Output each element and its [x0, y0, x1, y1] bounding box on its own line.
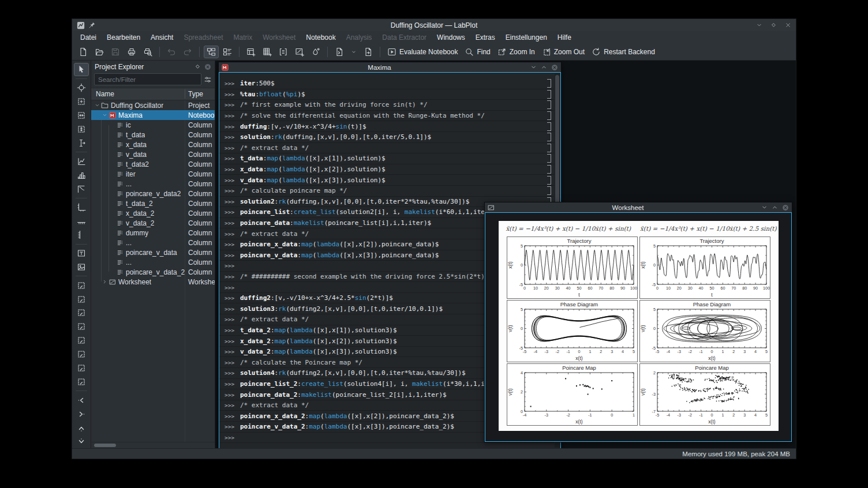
tree-column-headers[interactable]: Name Type — [91, 88, 215, 100]
new-notebook-button[interactable] — [332, 46, 347, 58]
plot-trajectory-right[interactable]: 0102030405060708090100-505Trajectorytx(t… — [639, 237, 770, 299]
minimize-icon[interactable] — [530, 64, 537, 70]
command-text[interactable]: solution:rk(duffing,[x,v],[0,0],[t,0,ite… — [240, 133, 547, 141]
notebook-command-row[interactable]: >>>x_data:map(lambda([x],x[2]),solution)… — [219, 164, 554, 175]
project-tree-hscrollbar[interactable] — [91, 442, 215, 448]
notebook-command-row[interactable]: >>>solution:rk(duffing,[x,v],[0,0],[t,0,… — [219, 132, 554, 143]
menu-hilfe[interactable]: Hilfe — [553, 32, 576, 43]
command-text[interactable]: duffing:[v,-v/10+x-x^3/4+sin(t)]$ — [240, 123, 547, 130]
new-worksheet-button[interactable] — [292, 46, 307, 58]
document-open-button[interactable] — [92, 46, 107, 58]
notebook-command-row[interactable]: >>>/* first example with the driving for… — [219, 100, 554, 111]
document-save-button[interactable] — [108, 46, 123, 58]
close-panel-icon[interactable] — [204, 63, 211, 70]
document-new-button[interactable] — [76, 46, 91, 58]
pin-icon[interactable] — [88, 21, 96, 29]
command-text[interactable]: /* calculate poincare map */ — [240, 187, 547, 194]
shift-right-x-button[interactable] — [74, 407, 89, 421]
properties-panel-toggle-button[interactable] — [220, 46, 235, 58]
tree-item-t_data_2[interactable]: t_data_2Column — [91, 198, 215, 208]
chevron-down-icon[interactable] — [93, 103, 100, 108]
close-icon[interactable] — [551, 64, 558, 71]
minimize-icon[interactable] — [761, 204, 768, 211]
filter-options-icon[interactable] — [204, 76, 212, 84]
maxima-window-titlebar[interactable]: Maxima — [219, 62, 561, 72]
menu-worksheet[interactable]: Worksheet — [258, 32, 300, 43]
command-text[interactable]: v_data:map(lambda([x],x[3]),solution)$ — [240, 177, 547, 184]
zoom-x-select-button[interactable] — [74, 109, 89, 122]
tree-item-v_data_2[interactable]: v_data_2Column — [91, 218, 215, 228]
tree-item-ic[interactable]: icColumn — [91, 120, 215, 130]
restart-backend-button[interactable]: Restart Backend — [589, 46, 658, 58]
command-text[interactable]: /* extract data */ — [240, 144, 547, 152]
axis-corner-button[interactable] — [74, 201, 89, 214]
notebook-command-row[interactable]: >>>duffing:[v,-v/10+x-x^3/4+sin(t)]$ — [219, 121, 554, 132]
box-select-y-button[interactable] — [74, 306, 89, 320]
box-select-button[interactable] — [74, 279, 89, 292]
close-icon[interactable] — [782, 204, 789, 211]
column-header-type[interactable]: Type — [188, 90, 203, 98]
menu-windows[interactable]: Windows — [432, 32, 470, 43]
maximize-icon[interactable] — [770, 22, 777, 28]
menu-bearbeiten[interactable]: Bearbeiten — [102, 32, 145, 43]
plot-rotated-button[interactable] — [74, 182, 89, 196]
caret-down-button[interactable] — [348, 47, 360, 57]
restore-icon[interactable] — [772, 204, 778, 211]
image-insert-button[interactable] — [74, 260, 89, 273]
menu-analysis[interactable]: Analysis — [342, 32, 377, 43]
evaluate-notebook-button[interactable]: Evaluate Notebook — [384, 46, 461, 58]
command-text[interactable]: t_data:map(lambda([x],x[1]),solution)$ — [240, 155, 547, 162]
tree-item--[interactable]: ...Column — [91, 238, 215, 247]
command-text[interactable]: /* solve the differential equation with … — [240, 112, 547, 119]
shift-up-y-button[interactable] — [74, 421, 89, 434]
redo-button[interactable] — [180, 46, 195, 58]
undo-button[interactable] — [164, 46, 179, 58]
menu-ansicht[interactable]: Ansicht — [146, 32, 178, 43]
notebook-command-row[interactable]: >>>t_data:map(lambda([x],x[1]),solution)… — [219, 153, 554, 164]
command-text[interactable]: /* first example with the driving force … — [240, 101, 547, 108]
menu-notebook[interactable]: Notebook — [301, 32, 340, 43]
float-panel-icon[interactable] — [194, 63, 201, 70]
plot-line-button[interactable] — [74, 155, 89, 168]
notebook-command-row[interactable]: >>>/* extract data */ — [219, 143, 554, 154]
tree-item-x_data_2[interactable]: x_data_2Column — [91, 208, 215, 218]
tree-item-maxima[interactable]: MaximaNotebook — [91, 110, 215, 120]
notebook-command-row[interactable]: >>>%tau:bfloat(%pi)$ — [219, 89, 554, 100]
plot-trajectory-left[interactable]: 0102030405060708090100-505Trajectorytx(t… — [507, 237, 638, 299]
tree-item-v_data[interactable]: v_dataColumn — [91, 149, 215, 159]
menu-datei[interactable]: Datei — [76, 32, 101, 43]
tree-item-dummy[interactable]: dummyColumn — [91, 228, 215, 238]
plot-phase-diagram-right[interactable]: -5-4-3-2-1012345-505Phase Diagramx(t)v(t… — [639, 300, 770, 362]
project-explorer-header[interactable]: Project Explorer — [91, 61, 215, 73]
command-text[interactable]: %tau:bfloat(%pi)$ — [240, 91, 547, 98]
zoom-region-in-button[interactable] — [74, 362, 89, 375]
tree-item-t_data[interactable]: t_dataColumn — [91, 130, 215, 140]
menu-extras[interactable]: Extras — [471, 32, 500, 43]
notebook-command-row[interactable]: >>>v_data:map(lambda([x],x[3]),solution)… — [219, 175, 554, 186]
menu-spreadsheet[interactable]: Spreadsheet — [179, 32, 227, 43]
new-script-button[interactable] — [361, 46, 376, 58]
close-icon[interactable] — [785, 22, 791, 28]
zoom-region-out-button[interactable] — [74, 376, 89, 389]
tree-item-worksheet[interactable]: WorksheetWorksheet — [91, 277, 215, 287]
notebook-command-row[interactable]: >>>/* solve the differential equation wi… — [219, 111, 554, 122]
tree-item-x_data[interactable]: x_dataColumn — [91, 140, 215, 149]
auto-scale-y-button[interactable] — [74, 348, 89, 361]
plot-histogram-button[interactable] — [74, 168, 89, 182]
worksheet-window-titlebar[interactable]: Worksheet — [485, 202, 792, 212]
tree-item-t_data2[interactable]: t_data2Column — [91, 159, 215, 169]
command-text[interactable]: x_data:map(lambda([x],x[2]),solution)$ — [240, 166, 547, 173]
column-header-name[interactable]: Name — [91, 90, 114, 98]
tree-item-poincare_v_data2[interactable]: poincare_v_data2Column — [91, 189, 215, 198]
worksheet-view[interactable]: ẍ(t) = −1/4x³(t) + x(t) − 1/10ẋ(t) + sin… — [485, 212, 792, 442]
menu-einstellungen[interactable]: Einstellungen — [501, 32, 552, 43]
new-matrix-button[interactable] — [276, 46, 291, 58]
find-button[interactable]: Find — [462, 46, 493, 58]
menu-data-extractor[interactable]: Data Extractor — [377, 32, 431, 43]
chevron-right-icon[interactable] — [101, 279, 108, 284]
titlebar[interactable]: Duffing Oscillator — LabPlot — [72, 19, 796, 31]
tree-item-iter[interactable]: iterColumn — [91, 169, 215, 179]
zoom-in-button[interactable]: Zoom In — [495, 46, 538, 58]
command-text[interactable]: iter:500$ — [240, 80, 547, 87]
restore-icon[interactable] — [541, 64, 547, 70]
